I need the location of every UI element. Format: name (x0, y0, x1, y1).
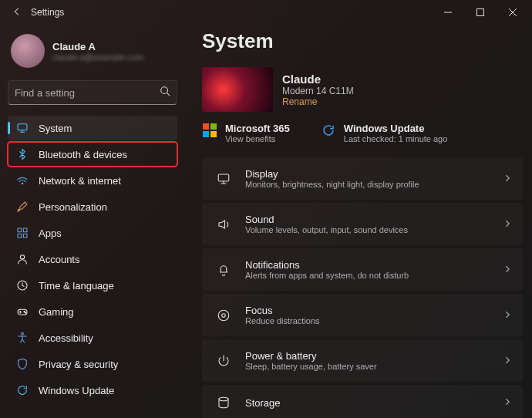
svg-point-21 (22, 332, 24, 335)
wifi-icon (15, 174, 29, 187)
tile-title: Focus (245, 305, 503, 316)
tile-power-battery[interactable]: Power & batterySleep, battery usage, bat… (202, 339, 523, 382)
svg-point-27 (219, 397, 228, 401)
bluetooth-icon (15, 147, 29, 161)
svg-rect-22 (218, 174, 229, 181)
tile-subtitle: Alerts from apps and system, do not dist… (245, 271, 503, 280)
svg-point-20 (25, 312, 25, 313)
svg-rect-11 (23, 228, 27, 232)
sidebar-item-accounts[interactable]: Accounts (8, 247, 177, 271)
search-input[interactable] (15, 87, 160, 99)
sidebar: Claude A claude.a@example.com SystemBlue… (0, 25, 185, 418)
tile-title: Storage (245, 397, 503, 409)
svg-point-14 (20, 255, 24, 259)
tile-title: Notifications (245, 259, 503, 271)
sound-icon (213, 217, 234, 231)
sidebar-item-label: Windows Update (39, 385, 114, 396)
sidebar-item-label: Accounts (39, 254, 79, 265)
svg-point-9 (22, 183, 22, 184)
system-icon (15, 121, 29, 135)
sidebar-item-windows-update[interactable]: Windows Update (8, 378, 177, 403)
chevron-right-icon (503, 263, 512, 277)
sidebar-item-personalization[interactable]: Personalization (8, 194, 177, 219)
ms365-sub: View benefits (225, 134, 290, 143)
svg-rect-12 (18, 234, 22, 238)
svg-rect-10 (18, 228, 22, 232)
sidebar-item-network-internet[interactable]: Network & internet (8, 168, 177, 193)
device-card: Claude Modern 14 C11M Rename (202, 67, 523, 112)
sidebar-item-system[interactable]: System (8, 116, 177, 140)
tile-title: Sound (245, 214, 503, 225)
brush-icon (15, 200, 29, 214)
update-icon (15, 383, 29, 397)
clock-icon (15, 278, 29, 292)
wu-sub: Last checked: 1 minute ago (344, 134, 448, 143)
storage-icon (213, 396, 234, 410)
chevron-right-icon (503, 354, 512, 368)
chevron-right-icon (503, 308, 512, 322)
windows-update-status[interactable]: Windows Update Last checked: 1 minute ag… (321, 123, 448, 143)
tile-display[interactable]: DisplayMonitors, brightness, night light… (202, 157, 523, 200)
sidebar-item-apps[interactable]: Apps (8, 221, 177, 245)
close-button[interactable] (497, 0, 529, 25)
tile-subtitle: Reduce distractions (245, 316, 503, 325)
sidebar-item-label: Apps (39, 228, 62, 239)
svg-line-5 (167, 93, 170, 96)
device-model: Modern 14 C11M (282, 86, 354, 96)
svg-rect-1 (477, 9, 484, 16)
sidebar-item-label: Gaming (39, 306, 74, 318)
ms365-icon (202, 123, 217, 138)
svg-point-4 (161, 87, 168, 94)
back-button[interactable] (8, 6, 26, 19)
sidebar-item-label: Bluetooth & devices (39, 149, 127, 160)
person-icon (15, 252, 29, 266)
svg-point-26 (222, 313, 226, 317)
chevron-right-icon (503, 172, 512, 186)
sidebar-item-label: Network & internet (39, 175, 121, 187)
user-email: claude.a@example.com (52, 52, 143, 62)
wu-title: Windows Update (344, 123, 448, 134)
shield-icon (15, 357, 29, 371)
rename-link[interactable]: Rename (282, 96, 354, 107)
sidebar-item-label: System (39, 123, 72, 134)
chevron-right-icon (503, 217, 512, 231)
svg-rect-13 (23, 234, 27, 238)
tile-subtitle: Monitors, brightness, night light, displ… (245, 180, 503, 189)
avatar (11, 34, 45, 68)
svg-point-19 (24, 311, 25, 312)
search-box[interactable] (8, 80, 177, 105)
microsoft-365-status[interactable]: Microsoft 365 View benefits (202, 123, 290, 143)
tile-subtitle: Sleep, battery usage, battery saver (245, 362, 503, 371)
notifications-icon (213, 263, 234, 277)
sidebar-item-label: Time & language (39, 280, 114, 292)
tile-title: Power & battery (245, 350, 503, 362)
sidebar-item-privacy-security[interactable]: Privacy & security (8, 352, 177, 376)
accessibility-icon (15, 331, 29, 345)
sidebar-item-label: Privacy & security (39, 359, 118, 370)
sidebar-item-gaming[interactable]: Gaming (8, 299, 177, 324)
device-name: Claude (282, 72, 354, 86)
sidebar-item-bluetooth-devices[interactable]: Bluetooth & devices (8, 142, 177, 167)
maximize-button[interactable] (464, 0, 497, 25)
sidebar-item-label: Personalization (39, 201, 107, 213)
tile-notifications[interactable]: NotificationsAlerts from apps and system… (202, 248, 523, 291)
account-row[interactable]: Claude A claude.a@example.com (8, 31, 177, 77)
power-icon (213, 354, 234, 368)
tile-subtitle: Volume levels, output, input, sound devi… (245, 225, 503, 234)
apps-icon (15, 226, 29, 240)
minimize-button[interactable] (432, 0, 464, 25)
display-icon (213, 172, 234, 186)
sidebar-item-accessibility[interactable]: Accessibility (8, 325, 177, 350)
gaming-icon (15, 305, 29, 319)
sidebar-item-time-language[interactable]: Time & language (8, 273, 177, 298)
tile-title: Display (245, 168, 503, 180)
device-wallpaper (202, 67, 273, 112)
tile-focus[interactable]: FocusReduce distractions (202, 294, 523, 336)
update-icon (321, 123, 336, 138)
search-icon (160, 86, 170, 99)
sidebar-item-label: Accessibility (39, 332, 93, 344)
window-title: Settings (31, 7, 432, 18)
tile-storage[interactable]: Storage (202, 385, 523, 418)
tile-sound[interactable]: SoundVolume levels, output, input, sound… (202, 203, 523, 245)
main-panel: System Claude Modern 14 C11M Rename Micr… (185, 25, 532, 418)
